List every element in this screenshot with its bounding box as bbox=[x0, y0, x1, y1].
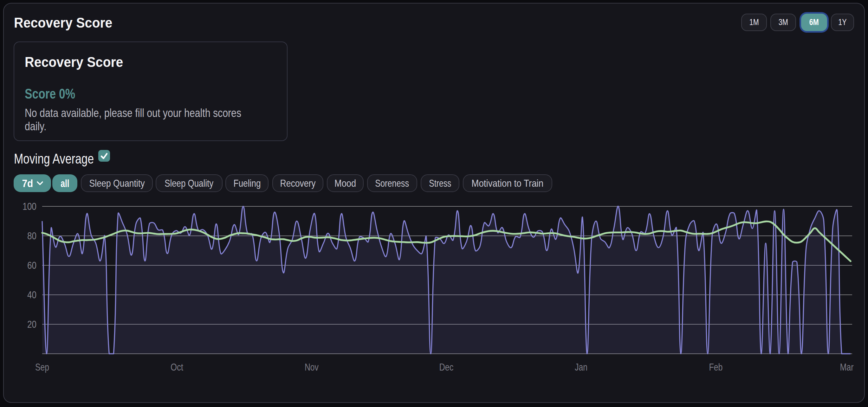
svg-text:60: 60 bbox=[27, 260, 36, 271]
svg-text:Feb: Feb bbox=[709, 362, 723, 373]
svg-text:Sep: Sep bbox=[35, 362, 49, 373]
svg-text:80: 80 bbox=[27, 230, 36, 242]
svg-text:40: 40 bbox=[27, 289, 36, 301]
svg-text:Mar: Mar bbox=[840, 362, 854, 373]
svg-text:Dec: Dec bbox=[439, 362, 454, 373]
svg-text:Oct: Oct bbox=[170, 362, 183, 373]
svg-text:Jan: Jan bbox=[575, 362, 587, 373]
svg-text:100: 100 bbox=[23, 201, 36, 212]
svg-text:Nov: Nov bbox=[305, 362, 319, 373]
svg-text:20: 20 bbox=[27, 319, 36, 330]
